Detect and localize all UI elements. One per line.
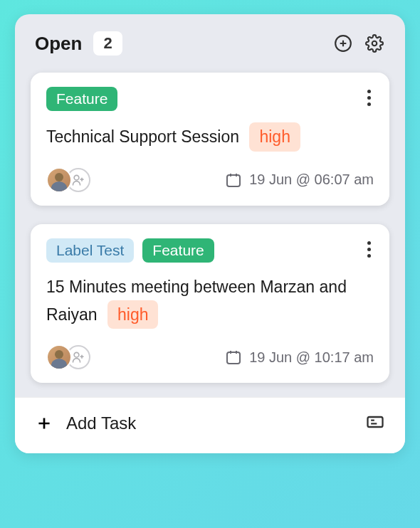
more-icon-dot [367,254,371,258]
card-icon [365,412,385,432]
date-text: 19 Jun @ 06:07 am [249,171,374,188]
more-icon-dot [367,241,371,245]
calendar-icon [225,349,242,366]
header-left: Open 2 [35,31,122,56]
task-date: 19 Jun @ 10:17 am [225,349,374,366]
priority-badge: high [107,300,158,329]
date-text: 19 Jun @ 10:17 am [249,349,374,366]
more-icon-dot [367,96,371,100]
gear-icon [365,34,384,53]
label-feature[interactable]: Feature [142,238,214,263]
person-plus-icon [71,350,85,364]
task-labels: Feature [46,87,117,111]
card-footer: 19 Jun @ 10:17 am [46,344,374,370]
add-task-label: Add Task [66,413,136,433]
task-board: Open 2 Feature [15,14,405,453]
more-icon-dot [367,248,371,251]
svg-rect-18 [368,417,383,427]
assignees [46,344,90,370]
board-footer: Add Task [15,397,405,453]
task-card[interactable]: Feature Technical Support Session high [31,73,389,206]
board-title: Open [35,33,82,55]
priority-badge: high [249,122,300,152]
avatar[interactable] [46,167,72,193]
task-title: 15 Minutes meeting between Marzan and Ra… [46,278,347,324]
calendar-icon [225,171,242,189]
task-date: 19 Jun @ 06:07 am [225,171,374,189]
svg-rect-7 [227,175,240,186]
task-title-row: 15 Minutes meeting between Marzan and Ra… [46,274,374,329]
header-actions [332,33,385,54]
task-labels: Label Test Feature [46,238,214,263]
task-count-badge: 2 [93,31,122,56]
card-footer: 19 Jun @ 06:07 am [46,167,374,193]
task-title: Technical Support Session [46,127,239,146]
svg-point-4 [74,175,79,180]
svg-rect-13 [227,352,240,364]
card-detail-button[interactable] [365,412,385,435]
task-card[interactable]: Label Test Feature 15 Minutes meeting be… [31,224,389,384]
label-feature[interactable]: Feature [46,87,117,111]
svg-point-10 [74,353,79,358]
card-header: Feature [46,87,374,111]
card-header: Label Test Feature [46,238,374,263]
settings-button[interactable] [364,33,385,54]
svg-point-3 [372,41,377,46]
plus-icon [35,414,53,433]
more-icon-dot [367,102,371,106]
person-plus-icon [71,173,85,187]
task-list: Feature Technical Support Session high [15,73,405,397]
label-test[interactable]: Label Test [46,238,134,263]
add-task-button[interactable]: Add Task [35,413,136,433]
task-title-row: Technical Support Session high [46,122,374,152]
add-icon-button[interactable] [332,33,354,54]
plus-circle-icon [334,34,352,53]
more-options-button[interactable] [364,87,374,109]
assignees [46,167,90,193]
board-header: Open 2 [15,14,405,73]
avatar[interactable] [46,344,72,370]
more-icon-dot [367,90,371,93]
more-options-button[interactable] [364,238,374,260]
